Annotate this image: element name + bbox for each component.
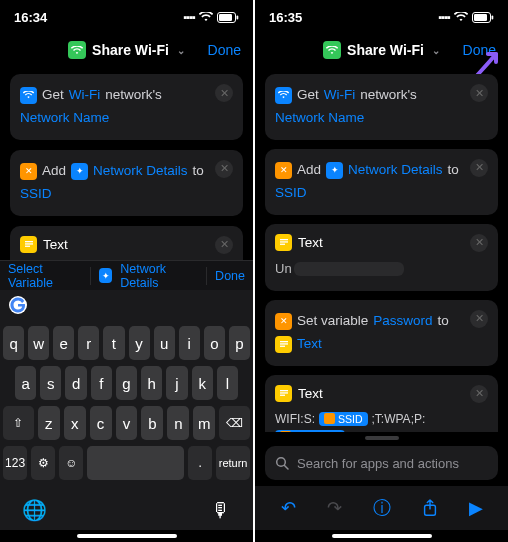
close-icon[interactable]: ✕ (470, 234, 488, 252)
key-row-4: 123 ⚙︎ ☺ . return (3, 446, 250, 480)
action-text[interactable]: ✕ Text Un (265, 224, 498, 291)
ssid-chip[interactable]: SSID (319, 412, 368, 426)
add-var-token[interactable]: Network Details (348, 159, 443, 182)
key-shift[interactable]: ⇧ (3, 406, 34, 440)
key-a[interactable]: a (15, 366, 36, 400)
undo-button[interactable]: ↶ (281, 497, 296, 519)
key-z[interactable]: z (38, 406, 60, 440)
key-c[interactable]: c (90, 406, 112, 440)
key-t[interactable]: t (103, 326, 124, 360)
close-icon[interactable]: ✕ (470, 385, 488, 403)
run-button[interactable]: ▶ (469, 497, 483, 519)
key-settings[interactable]: ⚙︎ (31, 446, 55, 480)
key-g[interactable]: g (116, 366, 137, 400)
drag-handle[interactable] (365, 436, 399, 440)
add-var-token[interactable]: Network Details (93, 160, 188, 183)
key-o[interactable]: o (204, 326, 225, 360)
separator (206, 267, 207, 285)
done-button[interactable]: Done (463, 42, 496, 58)
text-block-icon (20, 236, 37, 253)
action-set-variable[interactable]: ✕ ✕ Set variable Password to Text (265, 300, 498, 366)
key-period[interactable]: . (188, 446, 212, 480)
chevron-down-icon: ⌄ (177, 45, 185, 56)
wifi-string-row[interactable]: WIFI:S: SSID ;T:WPA;P: Password ;; (275, 412, 488, 432)
google-icon[interactable] (8, 295, 28, 315)
key-u[interactable]: u (154, 326, 175, 360)
action-add-variable[interactable]: ✕ ✕ Add ✦ Network Details to SSID (10, 150, 243, 216)
wifistr-mid: ;T:WPA;P: (372, 412, 426, 426)
close-icon[interactable]: ✕ (470, 159, 488, 177)
home-indicator[interactable] (77, 534, 177, 538)
nav-title[interactable]: Share Wi-Fi ⌄ (68, 41, 185, 59)
action-add-variable[interactable]: ✕ ✕ Add ✦ Network Details to SSID (265, 149, 498, 215)
action-get-wifi[interactable]: ✕ Get Wi-Fi network's Network Name (10, 74, 243, 140)
key-y[interactable]: y (129, 326, 150, 360)
magic-var-icon: ✦ (99, 268, 112, 283)
get-wifi-token[interactable]: Wi-Fi (69, 84, 100, 107)
search-actions-input[interactable]: Search for apps and actions (265, 446, 498, 480)
cell-signal-icon: ▪▪▪▪ (183, 11, 195, 23)
key-row-3: ⇧ z x c v b n m ⌫ (3, 406, 250, 440)
action-text[interactable]: ✕ Text Un (10, 226, 243, 260)
key-l[interactable]: l (217, 366, 238, 400)
key-j[interactable]: j (166, 366, 187, 400)
clock: 16:34 (14, 10, 47, 25)
text-body[interactable]: Un (275, 261, 488, 277)
acc-variable-token[interactable]: Network Details (120, 262, 198, 290)
setvar-target-token[interactable]: Text (297, 333, 322, 356)
redacted-text (294, 262, 404, 276)
setvar-name-token[interactable]: Password (373, 310, 432, 333)
content-area: ✕ Get Wi-Fi network's Network Name ✕ ✕ A… (0, 66, 253, 260)
key-n[interactable]: n (167, 406, 189, 440)
key-q[interactable]: q (3, 326, 24, 360)
password-chip[interactable]: Password (275, 430, 345, 432)
key-s[interactable]: s (40, 366, 61, 400)
key-h[interactable]: h (141, 366, 162, 400)
key-b[interactable]: b (141, 406, 163, 440)
done-button[interactable]: Done (208, 42, 241, 58)
add-target-token[interactable]: SSID (275, 182, 307, 205)
globe-icon[interactable]: 🌐 (22, 498, 47, 522)
key-backspace[interactable]: ⌫ (219, 406, 250, 440)
key-emoji[interactable]: ☺ (59, 446, 83, 480)
key-p[interactable]: p (229, 326, 250, 360)
key-k[interactable]: k (192, 366, 213, 400)
keyboard-done-button[interactable]: Done (215, 269, 245, 283)
key-space[interactable] (87, 446, 184, 480)
get-tail: network's (360, 84, 417, 107)
key-m[interactable]: m (193, 406, 215, 440)
get-field-token[interactable]: Network Name (275, 107, 364, 130)
key-e[interactable]: e (53, 326, 74, 360)
nav-title[interactable]: Share Wi-Fi ⌄ (323, 41, 440, 59)
keyboard[interactable]: q w e r t y u i o p a s d f g h j k l ⇧ … (0, 320, 253, 490)
key-v[interactable]: v (116, 406, 138, 440)
close-icon[interactable]: ✕ (470, 310, 488, 328)
text-block-icon (275, 336, 292, 353)
close-icon[interactable]: ✕ (215, 84, 233, 102)
key-return[interactable]: return (216, 446, 250, 480)
home-indicator[interactable] (332, 534, 432, 538)
key-x[interactable]: x (64, 406, 86, 440)
key-r[interactable]: r (78, 326, 99, 360)
mic-icon[interactable]: 🎙 (211, 499, 231, 522)
close-icon[interactable]: ✕ (215, 236, 233, 254)
key-f[interactable]: f (91, 366, 112, 400)
key-d[interactable]: d (65, 366, 86, 400)
close-icon[interactable]: ✕ (470, 84, 488, 102)
key-i[interactable]: i (179, 326, 200, 360)
add-target-token[interactable]: SSID (20, 183, 52, 206)
variable-block-icon: ✕ (275, 313, 292, 330)
var-mini-icon (324, 413, 335, 424)
key-numbers[interactable]: 123 (3, 446, 27, 480)
close-icon[interactable]: ✕ (215, 160, 233, 178)
share-button[interactable] (422, 499, 438, 517)
select-variable-button[interactable]: Select Variable (8, 262, 82, 290)
action-get-wifi[interactable]: ✕ Get Wi-Fi network's Network Name (265, 74, 498, 140)
action-text-2[interactable]: ✕ Text WIFI:S: SSID ;T:WPA;P: Password ;… (265, 375, 498, 432)
key-w[interactable]: w (28, 326, 49, 360)
title-label: Share Wi-Fi (347, 42, 424, 58)
get-wifi-token[interactable]: Wi-Fi (324, 84, 355, 107)
info-button[interactable]: ⓘ (373, 496, 391, 520)
get-field-token[interactable]: Network Name (20, 107, 109, 130)
chip-label: Password (294, 431, 340, 432)
